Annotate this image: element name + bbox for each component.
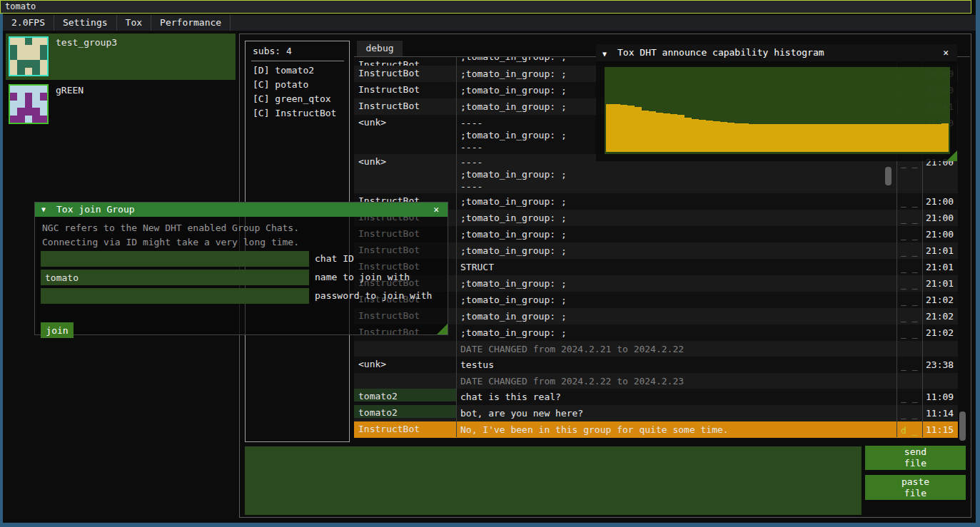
chat-sender-name: <unk>: [354, 154, 456, 167]
panel-scrollbar-thumb[interactable]: [959, 411, 966, 441]
avatar-pixel: [40, 108, 47, 115]
avatar-pixel: [40, 45, 47, 52]
chat-timestamp: 11:14: [926, 407, 954, 419]
chat-delivery-status: _ _: [901, 392, 917, 404]
avatar-pixel: [32, 93, 39, 100]
avatar-pixel: [17, 101, 24, 108]
join-group-titlebar[interactable]: ▼ Tox join Group ✕: [35, 203, 448, 217]
chat-id-input[interactable]: [41, 251, 309, 267]
avatar-pixel: [17, 38, 24, 45]
chat-message-text: bot, are you new here?: [460, 407, 583, 419]
chat-message-text: ;tomato_in_group: ;: [460, 327, 567, 339]
member-item[interactable]: [C] potato: [246, 78, 349, 92]
avatar-pixel: [17, 86, 24, 93]
member-item[interactable]: [C] InstructBot: [246, 106, 349, 121]
chat-delivery-status: _ _: [901, 229, 917, 241]
join-password-input[interactable]: [41, 288, 309, 304]
dht-histogram-body: [596, 61, 957, 161]
window-titlebar[interactable]: tomato: [0, 0, 971, 14]
chat-date-row[interactable]: DATE CHANGED from 2024.2.21 to 2024.2.22: [354, 341, 958, 357]
group-avatar: [9, 36, 49, 76]
chat-message-row[interactable]: <unk>testus_ _23:38: [354, 357, 958, 373]
histogram-bar: [606, 104, 613, 152]
message-input[interactable]: [245, 446, 862, 515]
join-button[interactable]: join: [41, 322, 74, 338]
dht-histogram-titlebar[interactable]: ▼ Tox DHT announce capability histogram …: [596, 44, 957, 61]
chat-message-text: ;tomato_in_group: ;: [460, 68, 567, 80]
avatar-pixel: [10, 116, 17, 123]
chat-sender-name: InstructBot: [354, 421, 456, 434]
histogram-bar: [742, 123, 749, 152]
chat-delivery-status: _ _: [901, 327, 917, 339]
menu-item-tox[interactable]: Tox: [117, 15, 151, 31]
menu-item-settings[interactable]: Settings: [54, 15, 117, 31]
chat-date-row[interactable]: DATE CHANGED from 2024.2.22 to 2024.2.23: [354, 373, 958, 389]
sidebar-group-test_group3[interactable]: test_group3: [6, 34, 236, 80]
avatar-pixel: [32, 116, 39, 123]
join-help-line2: Connecting via ID might take a very long…: [42, 237, 299, 247]
collapse-arrow-icon[interactable]: ▼: [41, 203, 46, 217]
histogram-bar: [627, 106, 635, 152]
member-item[interactable]: [D] tomato2: [246, 63, 349, 78]
resize-grip-icon[interactable]: [437, 324, 448, 334]
chat-message-row[interactable]: InstructBotNo, I've been in this group f…: [354, 421, 958, 438]
histogram-bar: [927, 124, 934, 152]
chat-sender-name: InstructBot: [354, 57, 456, 66]
histogram-bar: [692, 119, 699, 152]
chat-sender-name: <unk>: [354, 115, 456, 128]
chat-message-text: DATE CHANGED from 2024.2.21 to 2024.2.22: [460, 343, 684, 355]
avatar-pixel: [10, 86, 17, 93]
avatar-pixel: [32, 53, 39, 60]
avatar-pixel: [17, 60, 24, 67]
histogram-bar: [770, 124, 777, 152]
chat-scrollbar-thumb[interactable]: [885, 167, 891, 185]
avatar-pixel: [25, 45, 32, 52]
chat-message-text: ;tomato_in_group: ;: [460, 228, 567, 240]
histogram-bar: [877, 124, 884, 152]
collapse-arrow-icon[interactable]: ▼: [602, 46, 607, 63]
avatar-pixel: [25, 53, 32, 60]
chat-timestamp: 11:09: [926, 391, 954, 403]
avatar-pixel: [25, 60, 32, 67]
members-separator: [251, 61, 344, 61]
close-icon[interactable]: ✕: [433, 203, 439, 217]
chat-delivery-status: _ _: [901, 295, 917, 307]
histogram-bar: [649, 111, 656, 152]
sidebar-group-gREEN[interactable]: gREEN: [6, 81, 236, 128]
avatar-pixel: [10, 108, 17, 115]
avatar-pixel: [10, 60, 17, 67]
menu-item-performance[interactable]: Performance: [151, 15, 231, 31]
join-password-label: password to join with: [315, 290, 432, 301]
column-separator: [456, 57, 457, 437]
chat-message-text: ;tomato_in_group: ;: [460, 277, 567, 290]
histogram-bar: [784, 124, 792, 152]
chat-message-row[interactable]: tomato2chat is this real?_ _11:09: [354, 389, 958, 405]
chat-message-text: ;tomato_in_group: ;: [460, 57, 567, 63]
tab-debug[interactable]: debug: [357, 41, 403, 56]
menu-item-2-0fps[interactable]: 2.0FPS: [3, 15, 54, 31]
histogram-bar: [891, 124, 899, 152]
chat-delivery-status: d _: [901, 424, 917, 436]
close-icon[interactable]: ✕: [943, 44, 949, 61]
chat-delivery-status: _ _: [901, 213, 917, 225]
histogram-bar: [827, 124, 834, 152]
avatar-pixel: [25, 108, 32, 115]
chat-message-text: ;tomato_in_group: ;: [460, 310, 567, 322]
join-name-label: name to join with: [315, 272, 410, 282]
menu-bar: 2.0FPSSettingsToxPerformance: [3, 15, 976, 31]
avatar-pixel: [40, 53, 47, 60]
join-name-input[interactable]: [41, 270, 309, 285]
resize-grip-icon[interactable]: [946, 150, 957, 161]
histogram-bar: [913, 124, 920, 152]
chat-message-row[interactable]: tomato2bot, are you new here?_ _11:14: [354, 405, 958, 421]
send-file-button[interactable]: send file: [865, 446, 966, 470]
histogram-bar: [613, 104, 620, 152]
chat-timestamp: 21:00: [926, 195, 954, 208]
paste-file-button[interactable]: paste file: [865, 475, 966, 500]
member-item[interactable]: [C] green_qtox: [246, 92, 349, 106]
histogram-bar: [899, 124, 906, 152]
chat-message-text: ;tomato_in_group: ;: [460, 212, 567, 224]
histogram-bar: [849, 124, 856, 152]
chat-delivery-status: _ _: [901, 262, 917, 274]
histogram-bar: [699, 120, 706, 152]
